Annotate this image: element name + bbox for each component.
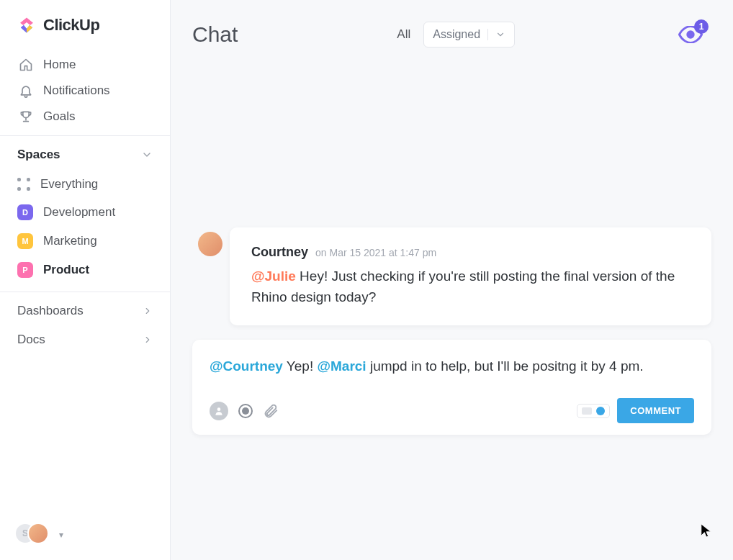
- nav-dashboards[interactable]: Dashboards: [0, 292, 170, 330]
- trophy-icon: [19, 109, 33, 124]
- chevron-down-icon: [495, 30, 505, 40]
- nav-docs-label: Docs: [17, 333, 45, 347]
- page-title: Chat: [192, 22, 238, 47]
- space-badge-icon: P: [17, 262, 33, 278]
- space-badge-icon: M: [17, 233, 33, 249]
- message-body: @Julie Hey! Just checking if you're stil…: [251, 266, 690, 308]
- chevron-down-icon: [141, 149, 153, 161]
- nav-notifications[interactable]: Notifications: [7, 78, 163, 104]
- composer-text-1: Yep!: [283, 358, 318, 374]
- assigned-label: Assigned: [433, 28, 480, 41]
- watchers-button[interactable]: 1: [674, 22, 707, 47]
- nav-home[interactable]: Home: [7, 52, 163, 78]
- brand-name: ClickUp: [43, 16, 99, 35]
- assigned-dropdown[interactable]: Assigned: [423, 22, 515, 48]
- mention[interactable]: @Julie: [251, 268, 296, 284]
- comment-composer: @Courtney Yep! @Marci jumpd in to help, …: [192, 340, 711, 435]
- watchers-count: 1: [694, 19, 709, 34]
- caret-down-icon[interactable]: ▾: [59, 530, 63, 540]
- brand-logo[interactable]: ClickUp: [0, 0, 170, 48]
- comment-button[interactable]: COMMENT: [617, 398, 694, 423]
- nav-goals[interactable]: Goals: [7, 104, 163, 130]
- nav-dashboards-label: Dashboards: [17, 304, 84, 318]
- spaces-header[interactable]: Spaces: [0, 136, 170, 169]
- assign-icon[interactable]: [210, 402, 228, 420]
- composer-tools: [210, 402, 279, 420]
- message-timestamp: on Mar 15 2021 at 1:47 pm: [315, 247, 436, 258]
- spaces-header-label: Spaces: [17, 148, 60, 162]
- home-icon: [19, 58, 33, 72]
- space-badge-icon: D: [17, 204, 33, 220]
- compact-toggle[interactable]: [577, 404, 610, 418]
- space-everything[interactable]: Everything: [6, 171, 164, 198]
- nav-home-label: Home: [43, 58, 76, 72]
- mention[interactable]: @Marci: [317, 358, 366, 374]
- author-avatar: [198, 232, 222, 256]
- nav-goals-label: Goals: [43, 109, 75, 124]
- sidebar: ClickUp Home Notifications Goals: [0, 0, 171, 560]
- svg-point-0: [686, 30, 694, 38]
- grid-icon: [17, 178, 30, 191]
- composer-input[interactable]: @Courtney Yep! @Marci jumpd in to help, …: [210, 356, 694, 376]
- header-controls: All Assigned: [397, 22, 515, 48]
- message-text: Hey! Just checking if you're still posti…: [251, 268, 675, 304]
- chevron-right-icon: [143, 335, 153, 345]
- sidebar-footer: S ▾: [0, 515, 170, 560]
- attachment-icon[interactable]: [263, 403, 279, 419]
- chat-message[interactable]: Courtney on Mar 15 2021 at 1:47 pm @Juli…: [230, 227, 711, 325]
- bell-icon: [19, 83, 33, 98]
- space-product[interactable]: P Product: [6, 256, 164, 284]
- space-list: Everything D Development M Marketing P P…: [0, 169, 170, 292]
- nav-notifications-label: Notifications: [43, 83, 110, 98]
- mention[interactable]: @Courtney: [210, 358, 283, 374]
- workspace-switcher[interactable]: S: [14, 523, 53, 547]
- chevron-right-icon: [143, 306, 153, 316]
- space-everything-label: Everything: [40, 177, 98, 191]
- record-icon[interactable]: [238, 404, 253, 418]
- main-pane: Chat All Assigned 1: [171, 0, 733, 560]
- filter-all[interactable]: All: [397, 27, 410, 42]
- space-label: Development: [43, 205, 115, 220]
- space-marketing[interactable]: M Marketing: [6, 227, 164, 256]
- clickup-logo-icon: [17, 16, 36, 35]
- svg-point-1: [217, 407, 221, 411]
- space-label: Product: [43, 263, 89, 277]
- user-avatar: [27, 523, 49, 544]
- space-label: Marketing: [43, 234, 97, 248]
- composer-text-2: jumpd in to help, but I'll be positng it…: [366, 358, 644, 374]
- separator: [487, 29, 488, 40]
- space-development[interactable]: D Development: [6, 198, 164, 227]
- message-author: Courtney: [251, 245, 308, 260]
- nav-docs[interactable]: Docs: [0, 330, 170, 358]
- chat-header: Chat All Assigned 1: [171, 0, 733, 55]
- chat-area: Courtney on Mar 15 2021 at 1:47 pm @Juli…: [171, 55, 733, 560]
- primary-nav: Home Notifications Goals: [0, 48, 170, 135]
